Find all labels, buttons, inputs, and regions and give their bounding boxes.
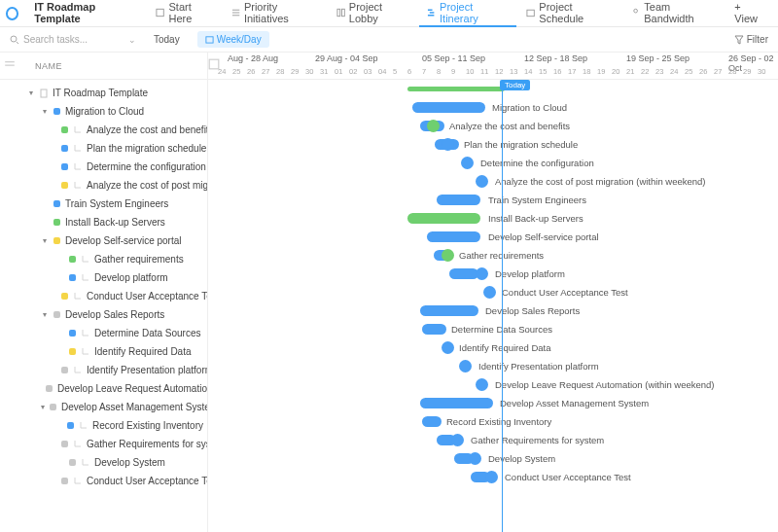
tree-node[interactable]: Develop Leave Request Automation — [0, 379, 207, 398]
tree-node[interactable]: Install Back-up Servers — [0, 213, 207, 231]
tree-node[interactable]: Gather requirements — [0, 250, 207, 268]
milestone-dot[interactable] — [483, 286, 496, 299]
subtask-icon — [73, 440, 83, 449]
tree-node[interactable]: Conduct User Acceptance Test — [0, 472, 207, 490]
bar-label: Develop Asset Management System — [500, 398, 649, 408]
gantt-row[interactable]: Record Existing Inventory — [208, 412, 778, 431]
tree-node[interactable]: Gather Requirements for syst... — [0, 435, 207, 453]
gantt-body[interactable]: Today Migration to CloudAnalyze the cost… — [208, 80, 778, 532]
tree-node[interactable]: Determine Data Sources — [0, 324, 207, 342]
filter-button[interactable]: Filter — [734, 34, 768, 45]
gantt-bar[interactable] — [420, 398, 493, 408]
gantt-row[interactable]: Develop Sales Reports — [208, 301, 778, 320]
tab-bandwidth[interactable]: Team Bandwidth — [623, 0, 725, 27]
gantt-bar[interactable] — [412, 102, 485, 113]
status-dot — [50, 404, 56, 410]
gantt-bar[interactable] — [422, 324, 446, 335]
tree-node[interactable]: ▾Develop Self-service portal — [0, 231, 207, 250]
milestone-dot[interactable] — [485, 471, 498, 483]
gantt-row[interactable]: Plan the migration schedule — [208, 135, 778, 154]
gantt-row[interactable]: Determine Data Sources — [208, 320, 778, 338]
twisty-icon[interactable]: ▾ — [27, 89, 35, 97]
day-label: 22 — [641, 67, 649, 76]
tab-itinerary[interactable]: Project Itinerary — [419, 0, 516, 27]
twisty-icon[interactable]: ▾ — [41, 236, 49, 245]
tab-start-here[interactable]: Start Here — [148, 0, 221, 27]
gantt-row[interactable]: Develop Leave Request Automation (within… — [208, 375, 778, 394]
gantt-bar[interactable] — [422, 416, 442, 427]
bar-label: Analyze the cost and benefits — [449, 121, 570, 131]
gantt-bar[interactable] — [449, 268, 478, 279]
status-dot — [61, 478, 68, 484]
milestone-dot[interactable] — [442, 138, 454, 151]
tree-node[interactable]: Train System Engineers — [0, 195, 207, 213]
weekday-toggle[interactable]: Week/Day — [197, 31, 269, 48]
twisty-icon[interactable]: ▾ — [41, 107, 49, 116]
status-dot — [61, 163, 68, 170]
gantt-row[interactable]: Develop platform — [208, 265, 778, 283]
tab-lobby[interactable]: Project Lobby — [329, 0, 417, 27]
tab-priority[interactable]: Priority Initiatives — [224, 0, 327, 27]
gantt-row[interactable]: Install Back-up Servers — [208, 209, 778, 228]
tree-node[interactable]: Determine the configuration — [0, 158, 207, 176]
tree-node[interactable]: Conduct User Acceptance Test — [0, 287, 207, 305]
milestone-dot[interactable] — [451, 434, 464, 446]
gantt-row[interactable]: Determine the configuration — [208, 154, 778, 172]
gantt-row[interactable]: Develop System — [208, 449, 778, 468]
gantt-row[interactable]: Conduct User Acceptance Test — [208, 283, 778, 301]
twisty-icon[interactable]: ▾ — [41, 310, 49, 319]
node-label: Gather requirements — [94, 254, 184, 265]
today-button[interactable]: Today — [146, 31, 188, 48]
milestone-dot[interactable] — [442, 341, 454, 354]
tree-node[interactable]: ▾IT Roadmap Template — [0, 84, 207, 102]
tree-node[interactable]: Develop platform — [0, 268, 207, 287]
milestone-dot[interactable] — [476, 175, 488, 188]
gantt-row[interactable]: Identify Required Data — [208, 338, 778, 357]
tree-node[interactable]: Analyze the cost and benefits — [0, 121, 207, 139]
milestone-dot[interactable] — [469, 452, 481, 465]
milestone-dot[interactable] — [459, 360, 472, 372]
tree-node[interactable]: Record Existing Inventory — [0, 416, 207, 435]
tree-node[interactable]: Develop System — [0, 453, 207, 472]
milestone-dot[interactable] — [427, 120, 440, 132]
tree-node[interactable]: Analyze the cost of post mig... — [0, 176, 207, 195]
gantt-row[interactable]: Develop Self-service portal — [208, 228, 778, 246]
milestone-dot[interactable] — [476, 267, 488, 280]
tree-node[interactable]: Plan the migration schedule — [0, 139, 207, 158]
tree-node[interactable]: ▾Develop Asset Management System — [0, 398, 207, 416]
search-input[interactable]: Search tasks... ⌄ — [10, 34, 136, 45]
gantt-row[interactable]: Conduct User Acceptance Test — [208, 468, 778, 486]
gantt-bar[interactable] — [427, 231, 480, 242]
gantt-row[interactable]: Analyze the cost and benefits — [208, 117, 778, 135]
gantt-row[interactable]: Train System Engineers — [208, 191, 778, 209]
gantt-row[interactable] — [208, 80, 778, 98]
milestone-dot[interactable] — [476, 378, 488, 391]
milestone-dot[interactable] — [442, 249, 454, 262]
add-view-button[interactable]: + View — [726, 0, 772, 27]
today-badge: Today — [500, 80, 530, 90]
tree-node[interactable]: Identify Required Data — [0, 342, 207, 361]
expand-icon[interactable] — [4, 58, 16, 70]
gantt-row[interactable]: Analyze the cost of post migration (with… — [208, 172, 778, 191]
gantt-bar[interactable] — [407, 87, 505, 91]
gantt-area[interactable]: Aug - 28 Aug29 Aug - 04 Sep05 Sep - 11 S… — [208, 53, 778, 532]
tree-node[interactable]: Identify Presentation platform — [0, 361, 207, 379]
gantt-bar[interactable] — [407, 213, 480, 224]
milestone-dot[interactable] — [461, 157, 474, 169]
day-label: 12 — [495, 67, 503, 76]
tab-schedule[interactable]: Project Schedule — [518, 0, 621, 27]
day-label: 19 — [597, 67, 605, 76]
gantt-row[interactable]: Develop Asset Management System — [208, 394, 778, 412]
tree-node[interactable]: ▾Develop Sales Reports — [0, 305, 207, 324]
tree-node[interactable]: ▾Migration to Cloud — [0, 102, 207, 121]
gantt-row[interactable]: Identify Presentation platform — [208, 357, 778, 375]
gantt-row[interactable]: Migration to Cloud — [208, 98, 778, 117]
gantt-row[interactable]: Gather requirements — [208, 246, 778, 265]
gantt-row[interactable]: Gather Requirements for system — [208, 431, 778, 449]
workspace-title[interactable]: IT Roadmap Template — [26, 0, 146, 27]
twisty-icon[interactable]: ▾ — [41, 403, 45, 411]
bar-label: Analyze the cost of post migration (with… — [495, 176, 706, 187]
gantt-bar[interactable] — [420, 305, 478, 316]
bar-label: Migration to Cloud — [492, 102, 567, 113]
gantt-bar[interactable] — [437, 195, 480, 205]
